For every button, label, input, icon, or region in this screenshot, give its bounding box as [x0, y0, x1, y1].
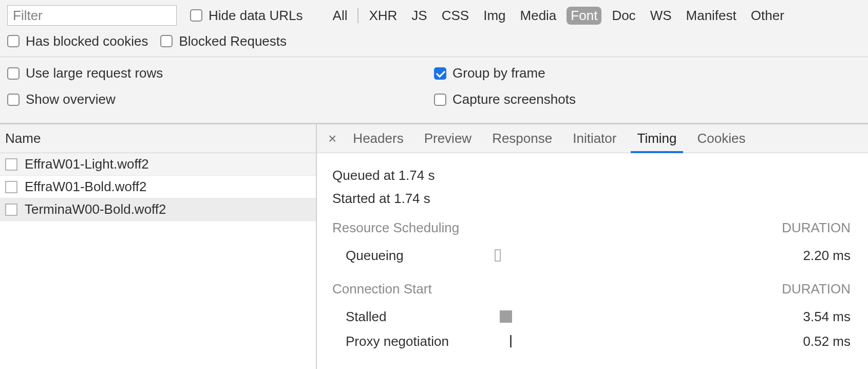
group-by-frame-option[interactable]: Group by frame	[434, 65, 848, 81]
timing-row-queueing: Queueing 2.20 ms	[332, 243, 851, 268]
file-icon	[5, 158, 17, 171]
group-by-frame-label: Group by frame	[452, 65, 545, 81]
blocked-requests-checkbox[interactable]	[160, 35, 173, 47]
started-at-text: Started at 1.74 s	[332, 191, 851, 207]
duration-header: DURATION	[782, 220, 851, 236]
timing-bar-thin	[510, 335, 512, 347]
show-overview-checkbox[interactable]	[7, 94, 20, 106]
duration-header: DURATION	[782, 281, 851, 297]
connection-start-header: Connection Start DURATION	[332, 281, 851, 297]
timing-value: 3.54 ms	[779, 309, 851, 325]
network-settings-strip: Use large request rows Show overview Gro…	[0, 57, 868, 124]
file-icon	[5, 204, 17, 216]
hide-data-urls-option[interactable]: Hide data URLs	[190, 8, 303, 24]
timing-bar-fill	[500, 310, 512, 323]
show-overview-option[interactable]: Show overview	[7, 91, 422, 107]
request-name: EffraW01-Light.woff2	[25, 156, 149, 172]
capture-screenshots-label: Capture screenshots	[452, 91, 576, 107]
type-filter-group: All XHR JS CSS Img Media Font Doc WS Man…	[326, 7, 791, 25]
tab-response[interactable]: Response	[482, 124, 562, 153]
type-filter-other[interactable]: Other	[747, 7, 788, 25]
timing-label: Stalled	[332, 309, 495, 325]
request-name: EffraW01-Bold.woff2	[25, 179, 147, 195]
type-filter-media[interactable]: Media	[516, 7, 561, 25]
tab-timing[interactable]: Timing	[627, 124, 687, 153]
use-large-rows-option[interactable]: Use large request rows	[7, 65, 422, 81]
blocked-requests-option[interactable]: Blocked Requests	[160, 33, 287, 49]
tab-headers[interactable]: Headers	[343, 124, 413, 153]
timing-body: Queued at 1.74 s Started at 1.74 s Resou…	[317, 153, 868, 369]
network-filter-bar: Hide data URLs All XHR JS CSS Img Media …	[0, 0, 868, 57]
list-header-name[interactable]: Name	[0, 124, 316, 153]
show-overview-label: Show overview	[26, 91, 116, 107]
type-filter-divider	[357, 8, 358, 23]
request-name: TerminaW00-Bold.woff2	[25, 201, 166, 217]
has-blocked-cookies-option[interactable]: Has blocked cookies	[7, 33, 148, 49]
tab-cookies[interactable]: Cookies	[687, 124, 756, 153]
type-filter-xhr[interactable]: XHR	[365, 7, 401, 25]
type-filter-manifest[interactable]: Manifest	[682, 7, 741, 25]
type-filter-all[interactable]: All	[329, 7, 352, 25]
section-title: Resource Scheduling	[332, 220, 459, 236]
timing-value: 0.52 ms	[779, 334, 851, 349]
timing-bar-outline	[495, 249, 501, 262]
group-by-frame-checkbox[interactable]	[434, 67, 446, 80]
resource-scheduling-header: Resource Scheduling DURATION	[332, 220, 851, 236]
queued-at-text: Queued at 1.74 s	[332, 168, 851, 183]
timing-label: Queueing	[332, 248, 495, 264]
network-main-split: Name EffraW01-Light.woff2 EffraW01-Bold.…	[0, 124, 868, 369]
request-row[interactable]: EffraW01-Bold.woff2	[0, 176, 316, 198]
hide-data-urls-checkbox[interactable]	[190, 9, 202, 22]
blocked-requests-label: Blocked Requests	[179, 33, 287, 49]
detail-tabs: × Headers Preview Response Initiator Tim…	[317, 124, 868, 153]
tab-preview[interactable]: Preview	[414, 124, 482, 153]
capture-screenshots-checkbox[interactable]	[434, 94, 446, 106]
request-detail-panel: × Headers Preview Response Initiator Tim…	[317, 124, 868, 369]
request-list-panel: Name EffraW01-Light.woff2 EffraW01-Bold.…	[0, 124, 317, 369]
type-filter-doc[interactable]: Doc	[608, 7, 639, 25]
tab-initiator[interactable]: Initiator	[562, 124, 627, 153]
timing-value: 2.20 ms	[779, 248, 851, 264]
type-filter-ws[interactable]: WS	[646, 7, 676, 25]
close-icon[interactable]: ×	[322, 131, 343, 147]
file-icon	[5, 181, 17, 193]
request-row[interactable]: TerminaW00-Bold.woff2	[0, 198, 316, 221]
type-filter-font[interactable]: Font	[567, 7, 601, 25]
timing-label: Proxy negotiation	[332, 334, 495, 349]
has-blocked-cookies-label: Has blocked cookies	[26, 33, 148, 49]
request-row[interactable]: EffraW01-Light.woff2	[0, 153, 316, 176]
use-large-rows-label: Use large request rows	[26, 65, 163, 81]
hide-data-urls-label: Hide data URLs	[209, 8, 303, 24]
capture-screenshots-option[interactable]: Capture screenshots	[434, 91, 848, 107]
timing-row-proxy: Proxy negotiation 0.52 ms	[332, 329, 851, 354]
section-title: Connection Start	[332, 281, 432, 297]
type-filter-img[interactable]: Img	[479, 7, 510, 25]
has-blocked-cookies-checkbox[interactable]	[7, 35, 20, 47]
timing-row-stalled: Stalled 3.54 ms	[332, 304, 851, 329]
filter-input[interactable]	[7, 5, 177, 26]
type-filter-css[interactable]: CSS	[438, 7, 473, 25]
type-filter-js[interactable]: JS	[407, 7, 431, 25]
use-large-rows-checkbox[interactable]	[7, 67, 20, 80]
